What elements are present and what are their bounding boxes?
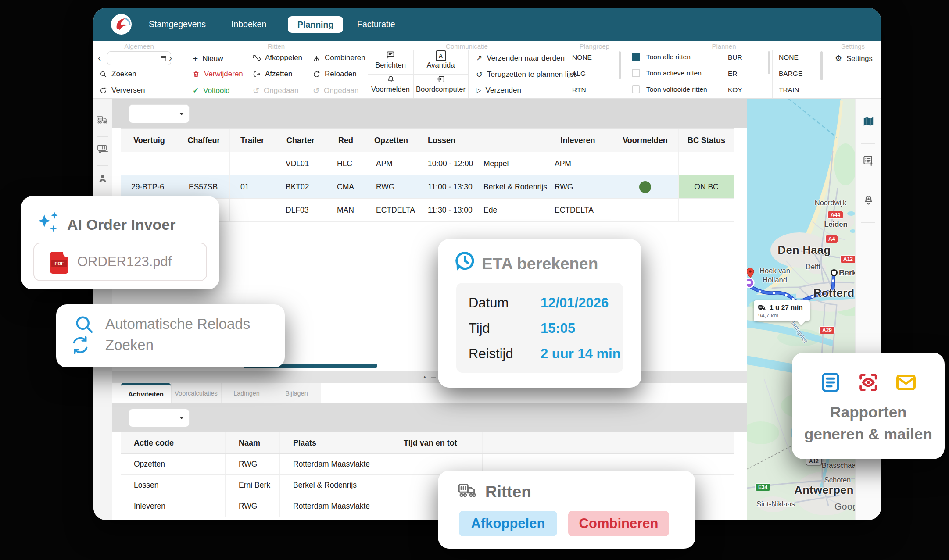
plannen-col2-scrollbar[interactable] [768, 51, 770, 74]
voormelden-button[interactable]: Voormelden [368, 75, 413, 98]
driver-rail-icon[interactable] [97, 173, 108, 184]
map-label-rotterdam: Rotterdam [813, 287, 855, 300]
divider [97, 136, 108, 137]
plannen-item-none[interactable]: NONE [779, 54, 799, 61]
eta-card: ETA berekenen Datum 12/01/2026 Tijd 15:0… [438, 239, 641, 388]
col-header-tijd[interactable]: Tijd van en tot [390, 432, 483, 453]
ongedaan-button-2[interactable]: ↺ Ongedaan [313, 86, 359, 96]
col-header-naam[interactable]: Naam [226, 432, 280, 453]
date-input[interactable] [107, 51, 171, 65]
berichten-button[interactable]: Berichten [368, 50, 413, 73]
afkoppelen-button[interactable]: Afkoppelen [253, 54, 302, 62]
col-header-bc-status[interactable]: BC Status [679, 129, 734, 152]
group-filter-select[interactable] [129, 104, 190, 123]
plannen-item-bur[interactable]: BUR [728, 54, 742, 61]
col-header-opzetten[interactable]: Opzetten [365, 129, 417, 152]
map-label-sint-niklaas: Sint-Niklaas [756, 500, 795, 508]
tab-activiteiten[interactable]: Activiteiten [121, 383, 171, 403]
plannen-item-barge[interactable]: BARGE [779, 70, 802, 78]
voltooid-button[interactable]: ✓ Voltooid [193, 86, 230, 95]
nav-tab-inboeken[interactable]: Inboeken [231, 8, 266, 41]
order-pdf-chip[interactable]: PDF ORDER123.pdf [33, 243, 207, 281]
terugzetten-button[interactable]: ↺ Terugzetten te plannen lijst [476, 70, 576, 79]
plannen-col3-scrollbar[interactable] [820, 51, 823, 80]
plangroep-item-alg[interactable]: ALG [572, 70, 586, 78]
screenshot-stage: Stamgegevens Inboeken Planning Facturati… [0, 0, 949, 560]
tab-voorcalculaties[interactable]: Voorcalculaties [171, 383, 221, 403]
planning-row-2-selected[interactable]: 29-BTP-6 ES57SB 01 BKT02 CMA RWG 11:00 -… [121, 175, 734, 199]
refresh-icon [70, 335, 90, 355]
avantida-button[interactable]: A Avantida [413, 50, 468, 73]
road-badge-a4: A4 [826, 235, 838, 243]
divider [468, 82, 566, 82]
date-next-button[interactable]: › [169, 53, 172, 64]
checkbox-toon-actieve-ritten[interactable]: Toon actieve ritten [632, 69, 702, 77]
plangroep-item-none[interactable]: NONE [572, 54, 592, 61]
divider [368, 74, 468, 75]
nav-tab-facturatie[interactable]: Facturatie [357, 8, 395, 41]
road-badge-a12: A12 [841, 256, 855, 263]
ongedaan-button-1[interactable]: ↺ Ongedaan [253, 86, 299, 96]
plangroep-scrollbar[interactable] [619, 51, 621, 79]
col-header-voertuig[interactable]: Voertuig [121, 129, 178, 152]
plangroep-item-rtn[interactable]: RTN [572, 86, 586, 94]
add-list-icon[interactable] [863, 155, 874, 167]
col-header-lossen[interactable]: Lossen [417, 129, 473, 152]
detail-filter-select[interactable] [129, 409, 190, 427]
add-alert-icon[interactable] [863, 194, 874, 206]
splitter-collapse-icon[interactable]: ▲ [423, 375, 427, 379]
col-header-plaats[interactable]: Plaats [280, 432, 390, 453]
app-logo [111, 14, 132, 35]
voormelden-status-dot [639, 181, 651, 193]
checkbox-toon-alle-ritten[interactable]: Toon alle ritten [632, 53, 691, 61]
col-header-actie-code[interactable]: Actie code [121, 432, 226, 453]
chevron-down-icon [179, 113, 184, 115]
plus-icon: + [193, 54, 198, 64]
afkoppelen-action-button[interactable]: Afkoppelen [459, 511, 557, 536]
plannen-item-koy[interactable]: KOY [728, 86, 742, 94]
calendar-icon [160, 55, 167, 62]
truck-rail-icon[interactable] [97, 114, 109, 125]
col-header-inleveren[interactable]: Inleveren [544, 129, 612, 152]
divider [185, 41, 185, 99]
verwijderen-button[interactable]: Verwijderen [193, 70, 243, 78]
rapporten-line1: Rapporten [792, 403, 945, 421]
col-header-chaffeur[interactable]: Chaffeur [178, 129, 230, 152]
combineren-button[interactable]: Combineren [313, 54, 365, 62]
verzenden-naar-derden-button[interactable]: ↗ Verzenden naar derden [476, 54, 565, 63]
undo-icon: ↺ [313, 86, 319, 96]
combineren-action-button[interactable]: Combineren [568, 511, 669, 536]
planning-row-1[interactable]: VDL01 HLC APM 10:00 - 12:00 Meppel APM [121, 152, 734, 175]
nieuw-button[interactable]: + Nieuw [193, 54, 223, 64]
nav-tab-planning[interactable]: Planning [288, 16, 343, 33]
boordcomputer-button[interactable]: Boordcomputer [413, 75, 468, 98]
detail-tabbar: Activiteiten Voorcalculaties Ladingen Bi… [112, 383, 747, 403]
settings-button[interactable]: ⚙ Settings [835, 54, 873, 63]
tab-bijlagen[interactable]: Bijlagen [272, 383, 321, 403]
tab-ladingen[interactable]: Ladingen [221, 383, 272, 403]
col-header-lossen-plaats[interactable] [473, 129, 544, 152]
map-label-noordwijk: Noordwijk [815, 199, 846, 207]
plannen-item-train[interactable]: TRAIN [779, 86, 799, 94]
map-label-berkel: Berkel [839, 268, 855, 278]
zoeken-button[interactable]: Zoeken [100, 70, 136, 78]
col-header-red[interactable]: Red [326, 129, 365, 152]
report-doc-icon [819, 371, 842, 394]
reloaden-button[interactable]: Reloaden [313, 70, 357, 78]
verversen-button[interactable]: Verversen [100, 86, 145, 95]
map-label-antwerpen: Antwerpen [794, 484, 853, 496]
nav-tab-stamgegevens[interactable]: Stamgegevens [149, 8, 206, 41]
checkbox-toon-voltooide-ritten[interactable]: Toon voltooide ritten [632, 85, 707, 93]
trailer-rail-icon[interactable] [97, 143, 108, 154]
pane-splitter[interactable]: ▲ — [112, 371, 747, 383]
detail-toolbar-strip [112, 403, 747, 432]
afzetten-button[interactable]: Afzetten [253, 70, 292, 78]
plannen-item-er[interactable]: ER [728, 70, 738, 78]
verzenden-button[interactable]: ▷ Verzenden [476, 86, 521, 95]
col-header-trailer[interactable]: Trailer [230, 129, 275, 152]
checkbox-checked-icon [632, 53, 640, 61]
map-view-icon[interactable] [863, 115, 874, 127]
col-header-voormelden[interactable]: Voormelden [612, 129, 679, 152]
col-header-charter[interactable]: Charter [275, 129, 326, 152]
date-prev-button[interactable]: ‹ [98, 53, 101, 64]
